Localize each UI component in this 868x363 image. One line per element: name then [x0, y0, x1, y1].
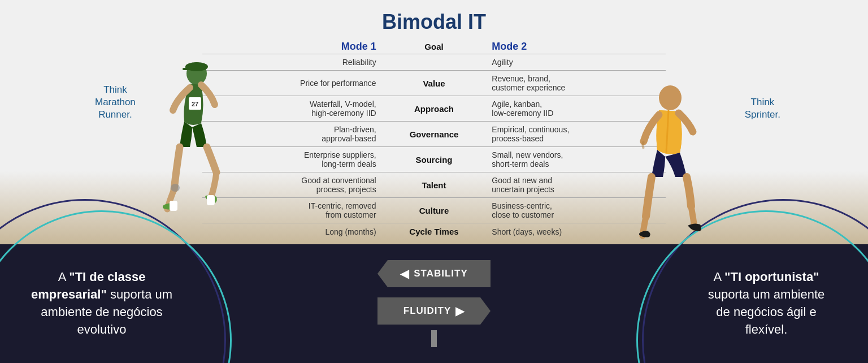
mode1-cell-2: Plan-driven,approval-based: [202, 122, 383, 147]
bottom-section: A "TI de classeempresarial" suporta umam…: [0, 244, 868, 363]
bottom-right-text: A "TI oportunista"suporta um ambientede …: [687, 269, 845, 338]
stability-sign: ◀ STABILITY: [377, 260, 491, 287]
mode1-cell-1: Waterfall, V-model,high-ceremony IID: [202, 96, 383, 122]
label-cell-6: Cycle Times: [383, 223, 485, 240]
stability-label: STABILITY: [414, 268, 468, 279]
mode1-header-cell: Mode 1: [202, 40, 383, 54]
label-cell-2: Governance: [383, 122, 485, 147]
table-body: Price for performanceValueRevenue, brand…: [202, 71, 666, 240]
left-bold-text: "TI de classeempresarial": [31, 270, 145, 301]
goal-row: Reliability Agility: [202, 54, 666, 71]
goal-header-cell: Goal: [383, 40, 485, 54]
mode1-cell-3: Enterprise suppliers,long-term deals: [202, 147, 383, 172]
page-title: Bimodal IT: [0, 0, 868, 40]
mode2-label: Mode 2: [492, 41, 527, 52]
svg-rect-3: [183, 68, 189, 70]
mode1-cell-0: Price for performance: [202, 71, 383, 96]
svg-point-9: [659, 85, 682, 110]
label-cell-3: Sourcing: [383, 147, 485, 172]
think-marathon-label: ThinkMarathonRunner.: [95, 84, 136, 121]
label-cell-5: Culture: [383, 198, 485, 223]
right-bold-text: "TI oportunista": [724, 270, 819, 284]
mode1-cell-6: Long (months): [202, 223, 383, 240]
mode1-label: Mode 1: [341, 41, 376, 52]
header-row: Mode 1 Goal Mode 2: [202, 40, 666, 54]
bottom-left-text: A "TI de classeempresarial" suporta umam…: [23, 269, 181, 338]
sprinter-runner-image: [639, 82, 724, 243]
label-cell-1: Approach: [383, 96, 485, 122]
fluidity-label: FLUIDITY: [403, 305, 452, 317]
sign-post: [431, 330, 437, 347]
table-row: Price for performanceValueRevenue, brand…: [202, 71, 666, 96]
top-section: ThinkMarathonRunner. ThinkSprinter.: [0, 0, 868, 244]
svg-point-6: [171, 184, 180, 192]
table-row: Long (months)Cycle TimesShort (days, wee…: [202, 223, 666, 240]
label-cell-0: Value: [383, 71, 485, 96]
think-sprinter-label: ThinkSprinter.: [745, 96, 780, 121]
fluidity-arrow: ▶: [455, 304, 465, 318]
stability-arrow: ◀: [400, 267, 409, 280]
mode1-cell-4: Good at conventionalprocess, projects: [202, 172, 383, 198]
mode1-cell-5: IT-centric, removedfrom customer: [202, 198, 383, 223]
svg-rect-8: [207, 195, 215, 205]
goal-center-cell: [383, 54, 485, 71]
goal-label: Goal: [424, 42, 443, 51]
comparison-table-container: Mode 1 Goal Mode 2 Reliability Agility: [0, 40, 868, 244]
table-row: IT-centric, removedfrom customerCultureB…: [202, 198, 666, 223]
mode2-header-cell: Mode 2: [485, 40, 666, 54]
table-row: Good at conventionalprocess, projectsTal…: [202, 172, 666, 198]
mode1-goal-cell: Reliability: [202, 54, 383, 71]
table-row: Enterprise suppliers,long-term dealsSour…: [202, 147, 666, 172]
mode2-goal-cell: Agility: [485, 54, 666, 71]
svg-text:27: 27: [192, 101, 198, 107]
svg-rect-7: [170, 201, 177, 211]
main-wrapper: ThinkMarathonRunner. ThinkSprinter.: [0, 0, 868, 363]
label-cell-4: Talent: [383, 172, 485, 198]
fluidity-sign: FLUIDITY ▶: [377, 297, 491, 325]
table-row: Plan-driven,approval-basedGovernanceEmpi…: [202, 122, 666, 147]
table-row: Waterfall, V-model,high-ceremony IIDAppr…: [202, 96, 666, 122]
signs-container: ◀ STABILITY FLUIDITY ▶: [377, 260, 491, 347]
comparison-table: Mode 1 Goal Mode 2 Reliability Agility: [202, 40, 666, 240]
marathon-runner-image: 27: [151, 57, 228, 243]
